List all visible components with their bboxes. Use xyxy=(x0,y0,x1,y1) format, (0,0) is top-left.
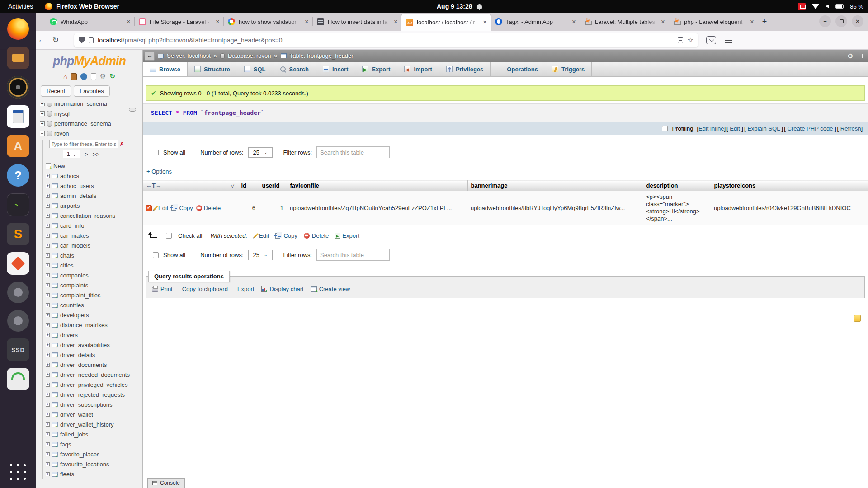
column-header-id[interactable]: id xyxy=(238,180,259,191)
rows-count-select[interactable]: 25⌄ xyxy=(248,250,273,260)
sidebar-table-item[interactable]: + driver_rejected_requests xyxy=(45,389,142,399)
expand-icon[interactable]: + xyxy=(46,472,50,476)
column-header-bannerimage[interactable]: bannerimage xyxy=(467,180,643,191)
browser-tab[interactable]: localhost / localhost / r ✕ xyxy=(401,14,491,31)
table-name[interactable]: driver_needed_documents xyxy=(60,371,130,378)
expand-icon[interactable]: + xyxy=(40,111,45,116)
console-bar[interactable]: Console xyxy=(147,478,185,488)
selected-export-link[interactable]: Export xyxy=(335,232,359,239)
documentation-icon[interactable] xyxy=(91,73,96,80)
sort-icon[interactable]: ▽ xyxy=(231,183,234,188)
table-search-input[interactable] xyxy=(316,249,390,261)
dock-app-icon[interactable] xyxy=(7,310,29,332)
expand-icon[interactable]: + xyxy=(40,121,45,126)
pma-tab[interactable]: Privileges xyxy=(439,62,491,76)
pma-tab[interactable]: Operations xyxy=(491,62,545,76)
link-with-main-panel-icon[interactable] xyxy=(129,108,136,112)
row-delete-link[interactable]: Delete xyxy=(196,205,221,211)
sidebar-table-item[interactable]: + car_models xyxy=(45,240,142,250)
options-toggle[interactable]: + Options xyxy=(146,168,172,175)
url-text[interactable]: localhost/pma/sql.php?db=rovon&table=fro… xyxy=(98,37,674,44)
table-name[interactable]: complaints xyxy=(60,282,88,289)
table-name[interactable]: distance_matrixes xyxy=(60,322,108,328)
table-name[interactable]: adhocs xyxy=(60,173,79,179)
expand-icon[interactable]: + xyxy=(46,204,50,208)
table-name[interactable]: chats xyxy=(60,252,74,259)
pma-tab[interactable]: Structure xyxy=(188,62,237,76)
sidebar-table-item[interactable]: + admin_details xyxy=(45,191,142,201)
sidebar-database[interactable]: − rovon xyxy=(36,128,142,138)
table-name[interactable]: driver_documents xyxy=(60,361,107,368)
minimize-button[interactable]: − xyxy=(819,15,831,27)
query-tool-anchor[interactable]: Edit inline xyxy=(698,125,724,132)
url-bar[interactable]: localhost/pma/sql.php?db=rovon&table=fro… xyxy=(74,33,698,47)
sidebar-table-item[interactable]: + driver_wallet xyxy=(45,409,142,419)
expand-icon[interactable]: + xyxy=(46,373,50,377)
logout-icon[interactable] xyxy=(71,73,77,80)
browser-tab[interactable]: File Storage - Laravel - ✕ xyxy=(134,13,223,31)
tree-page-last[interactable]: >> xyxy=(93,151,99,158)
column-header-userid[interactable]: userid xyxy=(259,180,287,191)
sidebar-table-item[interactable]: + driver_availabilities xyxy=(45,340,142,350)
table-name[interactable]: driver_privileged_vehicles xyxy=(60,381,128,388)
tree-page-select[interactable]: 1⌄ xyxy=(63,150,80,158)
sidebar-table-item[interactable]: + driver_privileged_vehicles xyxy=(45,380,142,389)
tab-close-icon[interactable]: ✕ xyxy=(661,19,665,25)
expand-icon[interactable]: + xyxy=(46,313,50,317)
breadcrumb-server[interactable]: Server: localhost xyxy=(167,52,211,59)
sidebar-table-item[interactable]: + countries xyxy=(45,300,142,310)
bookmark-query-icon[interactable] xyxy=(854,315,861,322)
query-tool-anchor[interactable]: Create PHP code xyxy=(787,125,833,132)
dock-app-icon[interactable] xyxy=(7,76,29,99)
rows-count-select[interactable]: 25⌄ xyxy=(248,147,273,158)
reload-navigation-icon[interactable]: ↻ xyxy=(109,72,115,80)
expand-icon[interactable]: + xyxy=(46,184,50,188)
pma-tab[interactable]: SQL xyxy=(237,62,273,76)
table-name[interactable]: driver_wallet xyxy=(60,411,93,418)
expand-icon[interactable]: + xyxy=(46,244,50,248)
table-name[interactable]: favorite_places xyxy=(60,451,99,458)
expand-icon[interactable]: + xyxy=(46,363,50,367)
home-icon[interactable]: ⌂ xyxy=(63,73,67,80)
dock-app-icon[interactable] xyxy=(7,282,29,303)
sidebar-table-item[interactable]: + companies xyxy=(45,270,142,280)
expand-icon[interactable]: + xyxy=(46,273,50,277)
sidebar-table-item[interactable]: + complaint_titles xyxy=(45,290,142,300)
expand-icon[interactable]: + xyxy=(46,224,50,228)
database-name[interactable]: performance_schema xyxy=(54,120,111,127)
browser-tab[interactable]: How to insert data in la ✕ xyxy=(312,13,401,31)
sidebar-table-item[interactable]: + distance_matrixes xyxy=(45,320,142,330)
query-tool-anchor[interactable]: Edit xyxy=(730,125,740,132)
tab-close-icon[interactable]: ✕ xyxy=(127,19,131,25)
sidebar-database[interactable]: + mysql xyxy=(36,108,142,118)
pma-tab[interactable]: Export xyxy=(355,62,397,76)
row-copy-link[interactable]: Copy xyxy=(171,205,193,211)
pma-tab[interactable]: Search xyxy=(273,62,316,76)
table-name[interactable]: failed_jobs xyxy=(60,431,88,438)
restore-button[interactable] xyxy=(835,15,847,27)
table-name[interactable]: driver_subscriptions xyxy=(60,401,113,408)
dock-app-icon[interactable] xyxy=(7,252,29,275)
expand-icon[interactable]: + xyxy=(46,432,50,436)
table-name[interactable]: cities xyxy=(60,262,74,269)
dock-app-icon[interactable]: ? xyxy=(7,164,29,187)
tab-close-icon[interactable]: ✕ xyxy=(572,19,576,25)
table-name[interactable]: car_models xyxy=(60,242,90,249)
site-info-icon[interactable] xyxy=(89,37,94,43)
dock-app-icon[interactable] xyxy=(7,47,29,69)
pma-logo[interactable]: phpMyAdmin xyxy=(36,54,142,68)
expand-icon[interactable]: + xyxy=(46,452,50,456)
operation-link[interactable]: Create view xyxy=(311,286,350,292)
sidebar-database[interactable]: + information_schema xyxy=(36,103,142,108)
expand-icon[interactable]: + xyxy=(46,403,50,407)
expand-icon[interactable]: + xyxy=(46,253,50,258)
table-name[interactable]: airports xyxy=(60,202,80,209)
pma-tab[interactable]: Triggers xyxy=(545,62,592,76)
table-name[interactable]: admin_details xyxy=(60,192,96,199)
profiling-checkbox[interactable] xyxy=(662,126,668,131)
dock-app-icon[interactable]: >_ xyxy=(7,193,29,216)
focused-app-title[interactable]: Firefox Web Browser xyxy=(56,3,119,10)
tree-page-next[interactable]: > xyxy=(85,151,88,158)
pma-tab[interactable]: Insert xyxy=(316,62,355,76)
expand-icon[interactable]: − xyxy=(40,131,45,136)
